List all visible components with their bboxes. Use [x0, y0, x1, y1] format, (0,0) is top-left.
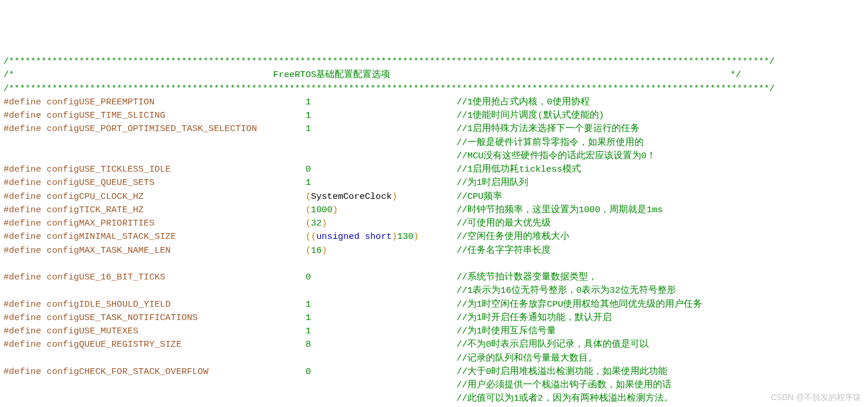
code-line: //此值可以为1或者2，因为有两种栈溢出检测方法。	[3, 392, 865, 405]
code-line: //用户必须提供一个栈溢出钩子函数，如果使用的话	[3, 379, 865, 392]
code-line: #define configCHECK_FOR_STACK_OVERFLOW 0…	[3, 365, 865, 379]
code-line: //一般是硬件计算前导零指令，如果所使用的	[3, 136, 865, 150]
code-block: /***************************************…	[3, 55, 865, 407]
code-line: #define configCPU_CLOCK_HZ (SystemCoreCl…	[3, 190, 865, 204]
header-rule-top: /***************************************…	[3, 55, 865, 68]
code-line: //MCU没有这些硬件指令的话此宏应该设置为0！	[3, 150, 865, 163]
code-line: #define configUSE_TASK_NOTIFICATIONS 1 /…	[3, 311, 865, 325]
code-line: #define configMINIMAL_STACK_SIZE ((unsig…	[3, 230, 865, 244]
header-rule-bot: /***************************************…	[3, 82, 865, 96]
code-line: //1表示为16位无符号整形，0表示为32位无符号整形	[3, 284, 865, 297]
header-title: /* FreeRTOS基础配置配置选项 */	[3, 68, 865, 82]
code-line: #define configUSE_PORT_OPTIMISED_TASK_SE…	[3, 122, 865, 136]
code-line: #define configTICK_RATE_HZ (1000) //时钟节拍…	[3, 204, 865, 217]
code-line: #define configUSE_TICKLESS_IDLE 0 //1启用低…	[3, 163, 865, 176]
code-line: //记录的队列和信号量最大数目。	[3, 352, 865, 365]
code-line: #define configUSE_MUTEXES 1 //为1时使用互斥信号量	[3, 325, 865, 338]
code-line: #define configUSE_QUEUE_SETS 1 //为1时启用队列	[3, 176, 865, 190]
code-line: #define configUSE_PREEMPTION 1 //1使用抢占式内…	[3, 96, 865, 109]
code-line: #define configQUEUE_REGISTRY_SIZE 8 //不为…	[3, 338, 865, 351]
code-line: #define configIDLE_SHOULD_YIELD 1 //为1时空…	[3, 298, 865, 311]
code-line	[3, 257, 865, 271]
code-line: #define configMAX_TASK_NAME_LEN (16) //任…	[3, 244, 865, 257]
code-line: #define configMAX_PRIORITIES (32) //可使用的…	[3, 217, 865, 230]
code-line: #define configUSE_TIME_SLICING 1 //1使能时间…	[3, 109, 865, 122]
code-line: #define configUSE_16_BIT_TICKS 0 //系统节拍计…	[3, 271, 865, 284]
